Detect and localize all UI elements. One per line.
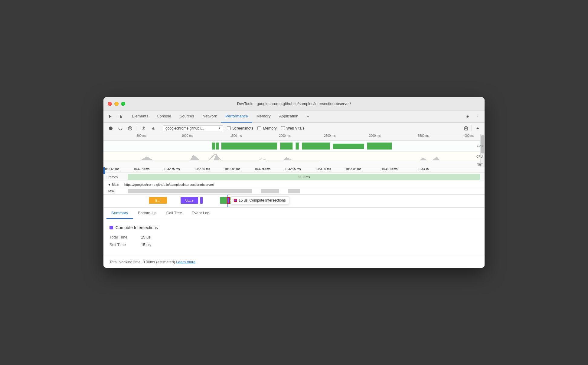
device-icon[interactable] xyxy=(116,112,124,121)
frames-duration: 11.9 ms xyxy=(298,175,310,179)
fps-label: FPS xyxy=(477,144,483,148)
bottom-tabs: Summary Bottom-Up Call Tree Event Log xyxy=(103,208,485,219)
svg-rect-11 xyxy=(465,127,468,130)
web-vitals-label: Web Vitals xyxy=(286,126,304,130)
settings-icon[interactable] xyxy=(463,112,471,121)
time-ruler: 500 ms 1000 ms 1500 ms 2000 ms 2500 ms 3… xyxy=(103,134,485,141)
ms-5: 1032.85 ms xyxy=(224,167,240,171)
ms-8: 1033.00 ms xyxy=(315,167,331,171)
cpu-label: CPU xyxy=(476,155,483,158)
svg-rect-15 xyxy=(216,143,219,150)
time-1000: 1000 ms xyxy=(181,134,193,137)
ms-ruler: 1032.65 ms 1032.70 ms 1032.75 ms 1032.80… xyxy=(103,167,485,173)
tooltip-label: Compute Intersections xyxy=(250,198,286,202)
task-bar-2 xyxy=(261,189,279,193)
task-bar-3 xyxy=(288,189,300,193)
tab-call-tree[interactable]: Call Tree xyxy=(162,208,187,219)
toolbar-settings-icon[interactable] xyxy=(473,124,482,133)
svg-marker-27 xyxy=(432,156,440,160)
devtools-tabs-list: Elements Console Sources Network Perform… xyxy=(128,110,463,123)
web-vitals-input[interactable] xyxy=(281,126,285,130)
fps-chart xyxy=(103,142,475,150)
devtools-tabs-bar: Elements Console Sources Network Perform… xyxy=(103,110,485,123)
reload-button[interactable] xyxy=(116,124,125,133)
url-selector[interactable]: googlechrome.github.i... ▾ xyxy=(163,125,223,131)
more-options-icon[interactable] xyxy=(474,112,482,121)
window-title: DevTools - googlechrome.github.io/sample… xyxy=(237,101,351,106)
summary-event-name: Compute Intersections xyxy=(116,225,158,230)
tab-event-log[interactable]: Event Log xyxy=(187,208,214,219)
tab-bottom-up[interactable]: Bottom-Up xyxy=(133,208,162,219)
fps-row: FPS xyxy=(103,141,485,152)
clear-button[interactable] xyxy=(126,124,134,133)
main-thread-row: ▼ Main — https://googlechrome.github.io/… xyxy=(103,181,485,188)
event-bar-1[interactable]: E...l xyxy=(149,197,167,204)
summary-self-time-value: 15 μs xyxy=(141,242,151,247)
tab-summary[interactable]: Summary xyxy=(106,208,133,219)
cursor-icon[interactable] xyxy=(106,112,114,121)
event-label-1: E...l xyxy=(155,199,160,202)
record-button[interactable] xyxy=(106,124,115,133)
svg-rect-21 xyxy=(367,143,392,150)
main-thread-indicator xyxy=(103,167,105,174)
learn-more-link[interactable]: Learn more xyxy=(176,260,195,264)
tab-console[interactable]: Console xyxy=(152,110,175,123)
frames-row: Frames 11.9 ms xyxy=(103,173,485,181)
upload-button[interactable] xyxy=(139,124,148,133)
svg-rect-16 xyxy=(221,143,277,150)
tab-elements[interactable]: Elements xyxy=(128,110,152,123)
summary-total-time-value: 15 μs xyxy=(141,235,151,239)
svg-rect-18 xyxy=(296,143,299,150)
ms-10: 1033.10 ms xyxy=(382,167,397,171)
memory-input[interactable] xyxy=(257,126,261,130)
tab-application[interactable]: Application xyxy=(275,110,303,123)
event-bar-3[interactable] xyxy=(200,197,203,204)
blocking-time-text: Total blocking time: 0.00ms (estimated) xyxy=(109,260,175,264)
trash-icon[interactable] xyxy=(462,124,470,133)
tab-sources[interactable]: Sources xyxy=(175,110,198,123)
minimize-button[interactable] xyxy=(114,102,119,106)
url-text: googlechrome.github.i... xyxy=(165,126,217,130)
memory-checkbox[interactable]: Memory xyxy=(257,126,276,130)
performance-toolbar: googlechrome.github.i... ▾ Screenshots M… xyxy=(103,123,485,134)
screenshots-input[interactable] xyxy=(227,126,231,130)
svg-rect-1 xyxy=(121,116,122,118)
toolbar-separator-3 xyxy=(472,125,472,131)
download-button[interactable] xyxy=(149,124,158,133)
tab-memory[interactable]: Memory xyxy=(252,110,275,123)
tab-more[interactable]: » xyxy=(302,110,313,123)
tooltip-anchor xyxy=(227,197,230,204)
ms-2: 1032.70 ms xyxy=(134,167,149,171)
tab-performance[interactable]: Performance xyxy=(221,110,252,123)
svg-point-5 xyxy=(109,127,113,130)
timeline-overview[interactable]: 500 ms 1000 ms 1500 ms 2000 ms 2500 ms 3… xyxy=(103,134,485,167)
summary-self-time-label: Self Time xyxy=(109,242,134,247)
tab-network[interactable]: Network xyxy=(198,110,221,123)
traffic-lights xyxy=(108,102,125,106)
cpu-svg xyxy=(103,152,475,160)
summary-content: Compute Intersections Total Time 15 μs S… xyxy=(103,219,485,256)
tooltip-time: 15 μs xyxy=(239,198,248,202)
title-bar: DevTools - googlechrome.github.io/sample… xyxy=(103,97,485,110)
right-scrollbar[interactable] xyxy=(480,134,485,167)
svg-marker-24 xyxy=(214,154,220,160)
toolbar-checkboxes: Screenshots Memory Web Vitals xyxy=(227,126,304,130)
screenshots-checkbox[interactable]: Screenshots xyxy=(227,126,253,130)
svg-marker-22 xyxy=(141,156,153,160)
svg-marker-26 xyxy=(420,157,428,160)
frames-label: Frames xyxy=(103,175,128,179)
svg-rect-0 xyxy=(118,115,120,118)
summary-total-time-label: Total Time xyxy=(109,235,134,239)
fps-svg xyxy=(103,142,475,150)
summary-color-box xyxy=(109,226,113,229)
event-bar-2[interactable]: Up...e xyxy=(181,197,198,204)
devtools-icons xyxy=(106,112,124,121)
frames-bar: 11.9 ms xyxy=(128,174,480,180)
devtools-tabs-right xyxy=(463,112,482,121)
maximize-button[interactable] xyxy=(121,102,125,106)
close-button[interactable] xyxy=(108,102,112,106)
ms-3: 1032.75 ms xyxy=(164,167,180,171)
web-vitals-checkbox[interactable]: Web Vitals xyxy=(281,126,304,130)
tooltip-color-box xyxy=(234,199,237,202)
time-1500: 1500 ms xyxy=(230,134,242,137)
